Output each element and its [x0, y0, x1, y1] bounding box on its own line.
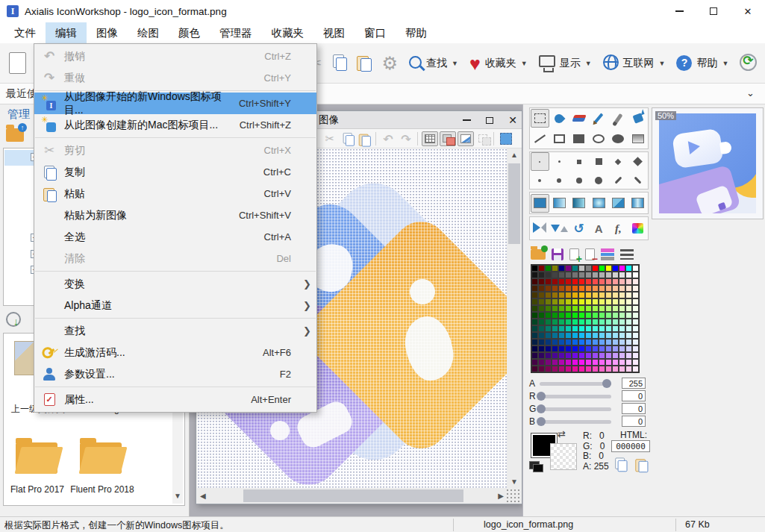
save-palette-icon[interactable] — [552, 248, 563, 260]
palette-swatch[interactable] — [625, 359, 632, 366]
palette-swatch[interactable] — [605, 312, 612, 319]
palette-swatch[interactable] — [552, 352, 558, 359]
tool-select-rectangle[interactable] — [531, 109, 549, 128]
edit-menu-item[interactable]: ↶撤销Ctrl+Z — [34, 46, 316, 67]
palette-swatch[interactable] — [625, 366, 632, 372]
palette-swatch[interactable] — [592, 278, 599, 285]
palette-swatch[interactable] — [572, 298, 578, 305]
palette-swatch[interactable] — [558, 272, 565, 278]
tool-line[interactable] — [531, 129, 549, 148]
tool-brush-slash[interactable] — [609, 171, 628, 190]
g-slider-thumb[interactable] — [537, 404, 546, 413]
palette-swatch[interactable] — [538, 325, 545, 332]
palette-swatch[interactable] — [605, 352, 612, 359]
palette-swatch[interactable] — [552, 332, 558, 339]
palette-swatch[interactable] — [552, 305, 558, 312]
palette-swatch[interactable] — [592, 366, 599, 372]
palette-swatch[interactable] — [558, 339, 565, 345]
palette-swatch[interactable] — [585, 278, 592, 285]
palette-swatch[interactable] — [565, 298, 572, 305]
palette-swatch[interactable] — [599, 332, 605, 339]
tool-brush-dot-tiny[interactable] — [531, 152, 549, 171]
menubar-item[interactable]: 图像 — [87, 22, 128, 43]
palette-swatch[interactable] — [625, 325, 632, 332]
palette-swatch[interactable] — [572, 305, 578, 312]
palette-swatch[interactable] — [531, 339, 538, 345]
palette-swatch[interactable] — [538, 319, 545, 325]
paste-icon[interactable] — [356, 131, 372, 146]
palette-swatch[interactable] — [572, 292, 578, 298]
tool-rotate[interactable]: ↺ — [569, 219, 588, 238]
palette-swatch[interactable] — [531, 352, 538, 359]
palette-swatch[interactable] — [538, 332, 545, 339]
menubar-item[interactable]: 绘图 — [128, 22, 169, 43]
doc-minimize-button[interactable] — [463, 119, 471, 121]
palette-swatch[interactable] — [552, 312, 558, 319]
palette-swatch[interactable] — [552, 298, 558, 305]
palette-swatch[interactable] — [632, 319, 639, 325]
palette-swatch[interactable] — [578, 278, 585, 285]
tool-ellipse-filled[interactable] — [609, 129, 628, 148]
palette-swatch[interactable] — [619, 278, 625, 285]
palette-swatch[interactable] — [612, 278, 619, 285]
palette-swatch[interactable] — [592, 312, 599, 319]
palette-swatch[interactable] — [599, 366, 605, 372]
edit-menu-item[interactable]: 变换❯ — [34, 273, 316, 295]
tool-brush-backslash[interactable] — [628, 171, 647, 190]
palette-swatch[interactable] — [552, 339, 558, 345]
b-slider-track[interactable] — [540, 420, 611, 424]
copy-icon[interactable] — [340, 131, 356, 146]
palette-swatch[interactable] — [605, 345, 612, 352]
palette-swatch[interactable] — [545, 305, 552, 312]
palette-swatch[interactable] — [578, 352, 585, 359]
r-slider-track[interactable] — [540, 395, 611, 398]
palette-swatch[interactable] — [558, 345, 565, 352]
scroll-down-icon[interactable]: ▼ — [507, 478, 522, 486]
palette-swatch[interactable] — [592, 285, 599, 292]
palette-swatch[interactable] — [565, 305, 572, 312]
palette-swatch[interactable] — [545, 325, 552, 332]
palette-swatch[interactable] — [572, 366, 578, 372]
palette-swatch[interactable] — [632, 359, 639, 366]
toolbar-button-帮助[interactable]: ?帮助▼ — [674, 55, 731, 71]
palette-swatch[interactable] — [531, 345, 538, 352]
palette-swatch[interactable] — [538, 359, 545, 366]
palette-swatch[interactable] — [565, 312, 572, 319]
palette-swatch[interactable] — [545, 332, 552, 339]
palette-swatch[interactable] — [592, 305, 599, 312]
palette-swatch[interactable] — [558, 332, 565, 339]
palette-swatch[interactable] — [625, 305, 632, 312]
a-value-field[interactable]: 255 — [622, 378, 646, 389]
tool-brush-square-small[interactable] — [569, 152, 588, 171]
palette-swatch[interactable] — [552, 359, 558, 366]
tool-brush-round-4[interactable] — [590, 171, 608, 190]
toolbar-button-互联网[interactable]: 互联网▼ — [601, 54, 668, 72]
palette-swatch[interactable] — [632, 305, 639, 312]
palette-swatch[interactable] — [632, 339, 639, 345]
palette-swatch[interactable] — [612, 292, 619, 298]
palette-swatch[interactable] — [585, 345, 592, 352]
palette-swatch[interactable] — [572, 325, 578, 332]
palette-swatch[interactable] — [599, 285, 605, 292]
menubar-item[interactable]: 帮助 — [396, 22, 437, 43]
folder-item-label[interactable]: Fluent Pro 2018 — [69, 484, 135, 495]
tool-fill-two-tone[interactable] — [609, 194, 628, 213]
palette-swatch[interactable] — [545, 298, 552, 305]
palette-swatch[interactable] — [558, 298, 565, 305]
palette-swatch[interactable] — [585, 366, 592, 372]
palette-swatch[interactable] — [585, 352, 592, 359]
tool-brush-square-large[interactable] — [590, 152, 608, 171]
palette-swatch[interactable] — [612, 319, 619, 325]
edit-menu-item[interactable]: 从此图像开始的新Windows图标项目...Ctrl+Shift+Y — [34, 93, 316, 114]
tool-fill-solid[interactable] — [531, 194, 549, 213]
palette-swatch[interactable] — [552, 292, 558, 298]
palette-menu-icon[interactable] — [620, 249, 634, 260]
default-colors-icon[interactable] — [529, 461, 540, 469]
palette-swatch[interactable] — [632, 285, 639, 292]
palette-swatch[interactable] — [585, 332, 592, 339]
palette-swatch[interactable] — [619, 312, 625, 319]
edit-menu-item[interactable]: ↷重做Ctrl+Y — [34, 67, 316, 89]
palette-swatch[interactable] — [531, 359, 538, 366]
palette-swatch[interactable] — [625, 339, 632, 345]
palette-swatch[interactable] — [538, 345, 545, 352]
